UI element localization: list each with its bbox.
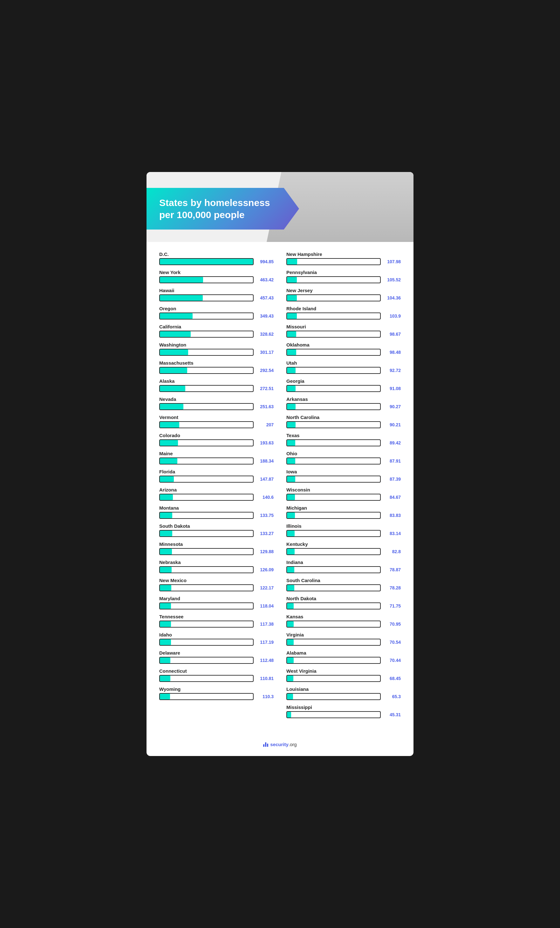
bar-row: 110.3 (159, 693, 274, 700)
state-name: Minnesota (159, 542, 274, 547)
bar-fill (160, 295, 203, 301)
bar-row: 292.54 (159, 367, 274, 374)
bar-value: 70.95 (383, 621, 401, 627)
bar-value: 272.51 (256, 386, 274, 391)
bar-track (286, 258, 381, 265)
bar-track (159, 512, 253, 519)
state-name: Utah (286, 360, 401, 366)
bar-row: 328.62 (159, 331, 274, 337)
state-name: New Hampshire (286, 252, 401, 257)
bar-track (159, 566, 253, 573)
state-row: Alaska 272.51 (159, 379, 274, 392)
bar-row: 110.81 (159, 675, 274, 682)
state-name: California (159, 324, 274, 330)
state-row: Indiana 78.87 (286, 560, 401, 573)
bar-row: 133.27 (159, 530, 274, 537)
bar-track (159, 403, 253, 410)
bar-track (159, 331, 253, 337)
bar-fill (160, 331, 191, 337)
state-row: Tennessee 117.38 (159, 614, 274, 627)
bar-track (286, 512, 381, 519)
state-name: Alaska (159, 379, 274, 384)
bar-track (159, 585, 253, 591)
bar-row: 251.63 (159, 403, 274, 410)
state-row: Texas 89.42 (286, 433, 401, 446)
state-row: Rhode Island 103.9 (286, 306, 401, 319)
state-name: Colorado (159, 433, 274, 438)
state-row: Wyoming 110.3 (159, 686, 274, 700)
data-columns: D.C. 994.85 New York 463.42 Hawaii (159, 252, 401, 723)
bar-value: 251.63 (256, 404, 274, 409)
state-name: Maryland (159, 596, 274, 601)
bar-value: 87.91 (383, 458, 401, 464)
header: States by homelessness per 100,000 peopl… (146, 172, 414, 242)
state-row: Virginia 70.54 (286, 632, 401, 646)
state-name: Washington (159, 342, 274, 348)
state-row: Iowa 87.39 (286, 469, 401, 482)
bar-track (286, 675, 381, 682)
bar-value: 117.19 (256, 640, 274, 645)
bar-value: 45.31 (383, 712, 401, 717)
bar-fill (287, 368, 296, 373)
state-row: Delaware 112.48 (159, 650, 274, 664)
state-name: Wisconsin (286, 487, 401, 493)
page-title: States by homelessness per 100,000 peopl… (159, 197, 274, 221)
bar-fill (287, 350, 296, 355)
bar-value: 110.81 (256, 676, 274, 681)
bar-value: 349.43 (256, 313, 274, 319)
bar-fill (160, 567, 172, 572)
bar-fill (287, 531, 294, 536)
bar-fill (160, 404, 183, 409)
state-row: Connecticut 110.81 (159, 668, 274, 682)
bar-fill (160, 549, 172, 554)
state-name: Tennessee (159, 614, 274, 619)
bar-value: 84.67 (383, 495, 401, 500)
bar-track (286, 548, 381, 555)
bar-row: 78.87 (286, 566, 401, 573)
state-name: New Jersey (286, 288, 401, 293)
state-row: South Dakota 133.27 (159, 523, 274, 537)
bar-value: 90.27 (383, 404, 401, 409)
bar-value: 82.8 (383, 549, 401, 554)
state-name: Oklahoma (286, 342, 401, 348)
bar-value: 107.98 (383, 259, 401, 264)
bar-fill (160, 513, 172, 518)
bar-value: 78.28 (383, 585, 401, 591)
state-row: Oregon 349.43 (159, 306, 274, 319)
bar-fill (160, 676, 170, 681)
state-row: Kansas 70.95 (286, 614, 401, 627)
bar-fill (287, 694, 293, 699)
bar-fill (287, 567, 294, 572)
bar-row: 105.52 (286, 276, 401, 283)
state-name: Arkansas (286, 397, 401, 402)
bar-row: 193.63 (159, 440, 274, 446)
bar-value: 133.75 (256, 513, 274, 518)
state-row: New Jersey 104.36 (286, 288, 401, 301)
state-row: Hawaii 457.43 (159, 288, 274, 301)
state-name: Michigan (286, 505, 401, 511)
bar-fill (160, 313, 192, 319)
state-row: South Carolina 78.28 (286, 578, 401, 591)
bar-row: 994.85 (159, 258, 274, 265)
bar-track (286, 349, 381, 356)
state-name: D.C. (159, 252, 274, 257)
state-row: New York 463.42 (159, 270, 274, 283)
bar-track (286, 585, 381, 591)
bar-value: 89.42 (383, 440, 401, 446)
bar-track (286, 657, 381, 664)
bar-row: 207 (159, 421, 274, 428)
bar-fill (160, 495, 173, 500)
bar-row: 83.14 (286, 530, 401, 537)
bar-fill (287, 277, 297, 282)
bar-fill (287, 676, 293, 681)
bar-track (159, 476, 253, 482)
bar-fill (287, 386, 296, 391)
bar-track (159, 440, 253, 446)
bar-row: 70.44 (286, 657, 401, 664)
state-name: Nevada (159, 397, 274, 402)
bar-track (159, 367, 253, 374)
bar-row: 122.17 (159, 585, 274, 591)
state-row: D.C. 994.85 (159, 252, 274, 265)
state-name: Alabama (286, 650, 401, 656)
content: D.C. 994.85 New York 463.42 Hawaii (146, 242, 414, 735)
